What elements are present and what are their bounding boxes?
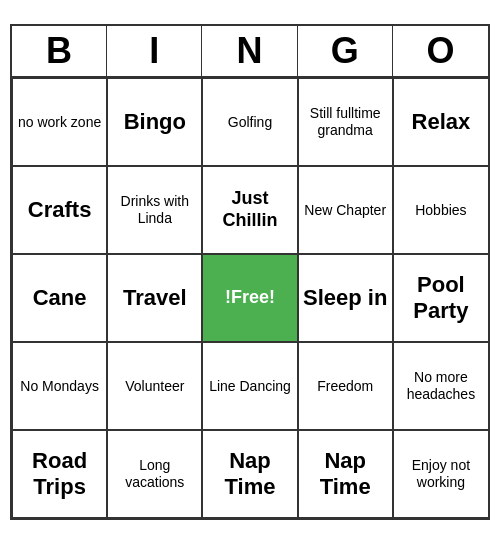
bingo-cell: Crafts bbox=[12, 166, 107, 254]
bingo-cell: Hobbies bbox=[393, 166, 488, 254]
bingo-cell: Bingo bbox=[107, 78, 202, 166]
bingo-cell: Cane bbox=[12, 254, 107, 342]
bingo-cell: Nap Time bbox=[202, 430, 297, 518]
bingo-cell: Sleep in bbox=[298, 254, 393, 342]
bingo-cell: no work zone bbox=[12, 78, 107, 166]
bingo-cell: Road Trips bbox=[12, 430, 107, 518]
header-letter: N bbox=[202, 26, 297, 76]
bingo-cell: Freedom bbox=[298, 342, 393, 430]
bingo-cell: Pool Party bbox=[393, 254, 488, 342]
header-letter: G bbox=[298, 26, 393, 76]
header-letter: O bbox=[393, 26, 488, 76]
bingo-cell: Drinks with Linda bbox=[107, 166, 202, 254]
bingo-cell: Nap Time bbox=[298, 430, 393, 518]
bingo-cell: No more headaches bbox=[393, 342, 488, 430]
bingo-cell: Enjoy not working bbox=[393, 430, 488, 518]
bingo-cell: Travel bbox=[107, 254, 202, 342]
bingo-cell: No Mondays bbox=[12, 342, 107, 430]
bingo-cell: Long vacations bbox=[107, 430, 202, 518]
header-letter: B bbox=[12, 26, 107, 76]
bingo-cell: Still fulltime grandma bbox=[298, 78, 393, 166]
bingo-header: BINGO bbox=[12, 26, 488, 78]
bingo-cell: Just Chillin bbox=[202, 166, 297, 254]
bingo-cell: Volunteer bbox=[107, 342, 202, 430]
bingo-card: BINGO no work zoneBingoGolfingStill full… bbox=[10, 24, 490, 520]
bingo-grid: no work zoneBingoGolfingStill fulltime g… bbox=[12, 78, 488, 518]
bingo-cell: Relax bbox=[393, 78, 488, 166]
bingo-cell: New Chapter bbox=[298, 166, 393, 254]
bingo-cell: !Free! bbox=[202, 254, 297, 342]
bingo-cell: Golfing bbox=[202, 78, 297, 166]
header-letter: I bbox=[107, 26, 202, 76]
bingo-cell: Line Dancing bbox=[202, 342, 297, 430]
